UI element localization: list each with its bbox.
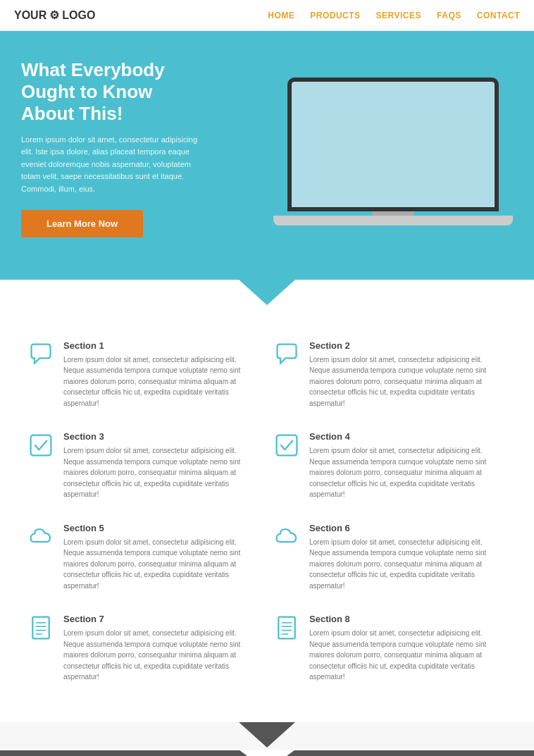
sections-divider (0, 722, 534, 750)
section-item-5: Section 5 Lorem ipsum dolor sit amet, co… (21, 512, 267, 603)
hero-divider (0, 280, 534, 308)
section-text-4: Lorem ipsum dolor sit amet, consectetur … (309, 445, 499, 500)
section-content-7: Section 7 Lorem ipsum dolor sit amet, co… (63, 614, 253, 683)
hero-section: What Everybody Ought to Know About This!… (0, 31, 534, 280)
section-icon-cloud (28, 524, 54, 550)
hero-text-block: What Everybody Ought to Know About This!… (21, 59, 204, 237)
section-text-6: Lorem ipsum dolor sit amet, consectetur … (309, 537, 499, 592)
section-text-8: Lorem ipsum dolor sit amet, consectetur … (309, 628, 499, 683)
section-icon-speech (274, 342, 299, 367)
logo-gear-icon: ⚙ (49, 8, 59, 22)
section-content-5: Section 5 Lorem ipsum dolor sit amet, co… (63, 523, 253, 592)
section-title-2: Section 2 (309, 340, 499, 351)
logo-text: YOUR (14, 9, 46, 22)
learn-more-button[interactable]: Learn More Now (21, 210, 143, 237)
section-content-6: Section 6 Lorem ipsum dolor sit amet, co… (309, 523, 499, 592)
section-title-3: Section 3 (63, 431, 253, 442)
hero-description: Lorem ipsum dolor sit amet, consectetur … (21, 134, 204, 196)
section-item-8: Section 8 Lorem ipsum dolor sit amet, co… (267, 602, 513, 694)
sections-grid: Section 1 Lorem ipsum dolor sit amet, co… (21, 329, 513, 694)
nav-faqs[interactable]: FAQS (437, 11, 461, 20)
hero-title: What Everybody Ought to Know About This! (21, 59, 204, 125)
section-icon-speech (28, 342, 54, 367)
section-item-3: Section 3 Lorem ipsum dolor sit amet, co… (21, 420, 267, 512)
section-content-8: Section 8 Lorem ipsum dolor sit amet, co… (309, 614, 499, 683)
logo: YOUR ⚙ LOGO (14, 8, 95, 22)
nav-products[interactable]: PRODUCTS (310, 11, 360, 20)
laptop-body (287, 78, 499, 211)
nav-home[interactable]: HOME (268, 11, 294, 20)
main-nav: HOME PRODUCTS SERVICES FAQS CONTACT (268, 11, 520, 20)
section-item-6: Section 6 Lorem ipsum dolor sit amet, co… (267, 512, 513, 603)
section-item-4: Section 4 Lorem ipsum dolor sit amet, co… (267, 420, 513, 512)
section-text-1: Lorem ipsum dolor sit amet, consectetur … (63, 354, 253, 409)
section-content-4: Section 4 Lorem ipsum dolor sit amet, co… (309, 431, 499, 500)
svg-rect-8 (278, 617, 294, 639)
section-icon-doc (28, 615, 54, 640)
features-section: Section 1 Lorem ipsum dolor sit amet, co… (0, 308, 534, 722)
chevron-down-divider (239, 280, 295, 308)
section-title-4: Section 4 (309, 431, 499, 442)
section-content-1: Section 1 Lorem ipsum dolor sit amet, co… (63, 340, 253, 409)
section-icon-doc (274, 615, 299, 640)
section-item-2: Section 2 Lorem ipsum dolor sit amet, co… (267, 329, 513, 421)
section-item-7: Section 7 Lorem ipsum dolor sit amet, co… (21, 602, 267, 694)
header: YOUR ⚙ LOGO HOME PRODUCTS SERVICES FAQS … (0, 0, 534, 31)
hero-laptop-image (273, 70, 513, 225)
svg-marker-0 (239, 280, 295, 305)
persons-section: Person 1 Lorem ipsum dolor sit amet, con… (0, 750, 534, 756)
section-text-3: Lorem ipsum dolor sit amet, consectetur … (63, 445, 253, 500)
section-title-8: Section 8 (309, 614, 499, 624)
section-text-2: Lorem ipsum dolor sit amet, consectetur … (309, 354, 499, 409)
section-icon-cloud (274, 524, 299, 550)
section-icon-check (274, 433, 299, 458)
section-text-7: Lorem ipsum dolor sit amet, consectetur … (63, 628, 253, 683)
chevron-dark-divider (239, 722, 295, 750)
section-title-7: Section 7 (63, 614, 253, 624)
logo-suffix: LOGO (62, 9, 95, 22)
laptop-base (273, 216, 513, 225)
section-title-6: Section 6 (309, 523, 499, 533)
section-content-2: Section 2 Lorem ipsum dolor sit amet, co… (309, 340, 499, 409)
section-content-3: Section 3 Lorem ipsum dolor sit amet, co… (63, 431, 253, 500)
section-title-1: Section 1 (63, 340, 253, 351)
laptop-screen (292, 82, 495, 207)
svg-marker-13 (239, 722, 295, 748)
section-item-1: Section 1 Lorem ipsum dolor sit amet, co… (21, 329, 267, 421)
svg-rect-1 (31, 435, 51, 456)
svg-rect-2 (277, 435, 297, 456)
section-text-5: Lorem ipsum dolor sit amet, consectetur … (63, 537, 253, 592)
section-title-5: Section 5 (63, 523, 253, 533)
nav-contact[interactable]: CONTACT (477, 11, 520, 20)
nav-services[interactable]: SERVICES (376, 11, 421, 20)
section-icon-check (28, 433, 54, 458)
svg-rect-3 (32, 617, 49, 639)
